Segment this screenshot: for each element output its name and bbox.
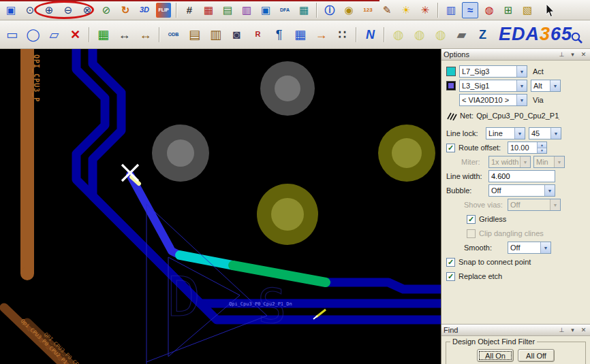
dfa-check-icon[interactable]: DFA [277, 2, 293, 18]
open-design-icon[interactable]: ▣ [3, 2, 19, 18]
arc-mode-icon[interactable]: ▱ [45, 25, 63, 44]
alt-mode-select[interactable]: Alt ▼ [531, 80, 561, 92]
dimension-icon[interactable]: → [312, 25, 330, 44]
zoom-fit-icon[interactable]: ⊗ [79, 2, 95, 18]
library-save-icon[interactable]: ▥ [206, 25, 225, 44]
active-layer-select[interactable]: L7_Sig3 ▼ [459, 65, 527, 78]
measure-icon[interactable]: ⊞ [500, 2, 516, 18]
route-offset-checkbox[interactable]: ✓ [446, 144, 455, 152]
toolbar-glyph: # [182, 3, 197, 18]
numbering-icon[interactable]: 123 [360, 2, 376, 18]
chevron-down-icon[interactable]: ▼ [550, 128, 561, 139]
spin-down-icon[interactable]: ▼ [537, 148, 546, 154]
settings-gear-icon[interactable]: ✳ [417, 2, 433, 18]
chevron-down-icon[interactable]: ▼ [516, 95, 527, 105]
via-select[interactable]: < VIA20D10 > ▼ [459, 94, 527, 106]
pin-icon[interactable]: ⊥ [557, 50, 566, 59]
toolbar-glyph: ⊗ [80, 3, 95, 18]
brown-trace-group[interactable] [4, 49, 93, 364]
film-play-icon[interactable]: ◍ [410, 25, 429, 44]
library-open-icon[interactable]: ▤ [185, 25, 204, 44]
grid-toggle-icon[interactable]: # [181, 2, 198, 18]
toolbar-glyph: ⊖ [61, 3, 76, 18]
array-icon[interactable]: ∷ [333, 25, 352, 44]
info-icon[interactable]: ⓘ [322, 2, 338, 18]
close-icon[interactable]: ✕ [579, 50, 588, 59]
shape-fill-icon[interactable]: ▰ [452, 25, 471, 44]
shadow-mode-icon[interactable]: ▥ [238, 2, 255, 18]
chevron-down-icon[interactable]: ▼ [516, 80, 527, 91]
place-component-icon[interactable]: ▦ [94, 25, 112, 44]
chevron-down-icon[interactable]: ▼ [540, 242, 550, 253]
chevron-down-icon[interactable]: ▾ [568, 50, 577, 59]
waveform-select-icon[interactable]: ≈ [462, 2, 478, 18]
brush-icon[interactable]: ✎ [379, 2, 395, 18]
line-lock-type-select[interactable]: Line ▼ [486, 127, 525, 139]
all-on-button[interactable]: All On [477, 349, 514, 362]
ratsnest-icon[interactable]: R [249, 25, 267, 44]
layer-priority-icon[interactable]: ▤ [219, 2, 236, 18]
probe-icon[interactable]: ▥ [443, 2, 459, 18]
zoom-out-icon[interactable]: ⊖ [60, 2, 76, 18]
rightmost-icon[interactable]: ▧ [519, 2, 535, 18]
grid-settings-icon[interactable]: ▦ [291, 25, 309, 44]
line-lock-angle-select[interactable]: 45 ▼ [529, 127, 561, 139]
miter-label: Miter: [461, 158, 488, 166]
chevron-down-icon[interactable]: ▾ [568, 326, 577, 335]
pcb-canvas[interactable]: D S QPI_CPU3_P Qpi_CPU3_P0_CPU2_P1_DN QP… [0, 49, 441, 364]
brown-trace-end[interactable] [20, 267, 34, 280]
gridless-checkbox[interactable]: ✓ [467, 215, 476, 224]
bubble-select[interactable]: Off ▼ [488, 184, 555, 197]
spacing-min-icon[interactable]: ↔ [115, 25, 134, 44]
pin-icon[interactable]: ⊥ [557, 326, 566, 335]
replace-etch-checkbox[interactable]: ✓ [446, 272, 455, 281]
film-record-icon[interactable]: ◍ [389, 25, 407, 44]
view-3d-icon[interactable]: 3D [136, 2, 153, 18]
chevron-down-icon[interactable]: ▼ [516, 66, 527, 77]
sine-curve-icon[interactable]: N [361, 25, 379, 44]
route-offset-spinner[interactable]: 10.00 ▲▼ [508, 142, 547, 154]
odb-export-icon[interactable]: ODB [164, 25, 183, 44]
delete-icon[interactable]: ✕ [66, 25, 84, 44]
zoom-in-icon[interactable]: ⊕ [41, 2, 57, 18]
alternate-layer-select[interactable]: L3_Sig1 ▼ [459, 80, 527, 92]
brown-trace[interactable] [20, 49, 34, 274]
line-width-input[interactable] [488, 170, 555, 182]
module-icon[interactable]: ▦ [296, 2, 312, 18]
zoom-previous-icon[interactable]: ⊘ [98, 2, 114, 18]
snapshot-icon[interactable]: ◙ [228, 25, 246, 44]
pcb-canvas-svg[interactable]: D S QPI_CPU3_P Qpi_CPU3_P0_CPU2_P1_DN QP… [0, 49, 441, 364]
padstack-icon[interactable]: ◉ [341, 2, 357, 18]
chevron-down-icon[interactable]: ▼ [544, 185, 555, 196]
color-dialog-icon[interactable]: ▦ [200, 2, 217, 18]
shove-vias-label: Shove vias: [464, 201, 508, 209]
symbol-edit-icon[interactable]: ▣ [258, 2, 274, 18]
text-note-icon[interactable]: ¶ [270, 25, 288, 44]
chevron-down-icon[interactable]: ▼ [514, 128, 525, 139]
zoom-points-icon[interactable]: ⊙ [22, 2, 38, 18]
redraw-icon[interactable]: ↻ [117, 2, 134, 18]
circle-mode-icon[interactable]: ◯ [24, 25, 42, 44]
spin-up-icon[interactable]: ▲ [537, 142, 546, 148]
chevron-down-icon[interactable]: ▼ [550, 80, 560, 91]
alternate-class-swatch[interactable] [446, 81, 456, 90]
blue-trace-to-edge[interactable] [326, 282, 441, 289]
all-off-button[interactable]: All Off [518, 349, 555, 362]
edit-z-icon[interactable]: Z [473, 25, 492, 44]
smooth-select[interactable]: Off ▼ [508, 242, 551, 254]
stop-check-icon[interactable]: ◍ [481, 2, 497, 18]
toolbar-row-2-icons: ▭ ◯ ▱ ✕ ▦ ↔ ↔ ODB ▤ ▥ [1, 25, 493, 44]
options-panel-header[interactable]: Options ⊥ ▾ ✕ [441, 49, 590, 61]
highlight-trace-cyan[interactable] [180, 255, 233, 265]
find-panel-header[interactable]: Find ⊥ ▾ ✕ [441, 325, 590, 336]
rect-mode-icon[interactable]: ▭ [3, 25, 21, 44]
via-pads[interactable] [152, 61, 435, 245]
active-class-swatch[interactable] [446, 67, 456, 76]
snap-connect-checkbox[interactable]: ✓ [446, 258, 455, 267]
film-stop-icon[interactable]: ◍ [431, 25, 450, 44]
close-icon[interactable]: ✕ [579, 326, 588, 335]
silkscreen-letter-d: D [168, 265, 200, 329]
brightness-icon[interactable]: ☀ [398, 2, 414, 18]
spacing-max-icon[interactable]: ↔ [136, 25, 155, 44]
flip-design-icon[interactable]: FLIP [155, 2, 172, 18]
